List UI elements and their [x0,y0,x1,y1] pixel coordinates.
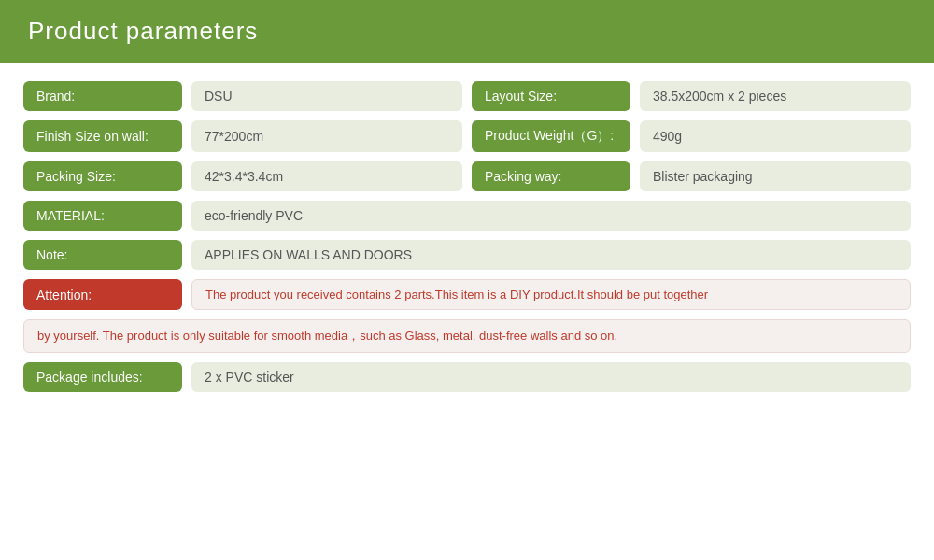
packing-way-half: Packing way: Blister packaging [472,161,911,191]
attention-continuation: by yourself. The product is only suitabl… [23,319,911,353]
finish-half: Finish Size on wall: 77*200cm [23,120,462,152]
material-row: MATERIAL: eco-friendly PVC [23,201,911,231]
page-title: Product parameters [28,17,258,45]
packing-way-label: Packing way: [472,161,630,191]
packing-size-label: Packing Size: [23,161,182,191]
brand-value: DSU [191,81,462,111]
finish-value: 77*200cm [191,120,462,152]
weight-value: 490g [640,120,911,152]
packing-row: Packing Size: 42*3.4*3.4cm Packing way: … [23,161,911,191]
package-label: Package includes: [23,362,182,392]
page-header: Product parameters [0,0,934,63]
brand-half: Brand: DSU [23,81,462,111]
note-label: Note: [23,240,182,270]
attention-value: The product you received contains 2 part… [191,279,911,310]
packing-way-value: Blister packaging [640,161,911,191]
brand-layout-row: Brand: DSU Layout Size: 38.5x200cm x 2 p… [23,81,911,111]
layout-label: Layout Size: [472,81,630,111]
finish-weight-row: Finish Size on wall: 77*200cm Product We… [23,120,911,152]
packing-size-value: 42*3.4*3.4cm [191,161,462,191]
brand-label: Brand: [23,81,182,111]
note-row: Note: APPLIES ON WALLS AND DOORS [23,240,911,270]
weight-half: Product Weight（G）: 490g [472,120,911,152]
weight-label: Product Weight（G）: [472,120,630,152]
package-row: Package includes: 2 x PVC sticker [23,362,911,392]
attention-label: Attention: [23,279,182,310]
finish-label: Finish Size on wall: [23,120,182,152]
packing-size-half: Packing Size: 42*3.4*3.4cm [23,161,462,191]
attention-row: Attention: The product you received cont… [23,279,911,310]
package-value: 2 x PVC sticker [191,362,911,392]
material-value: eco-friendly PVC [191,201,911,231]
layout-value: 38.5x200cm x 2 pieces [640,81,911,111]
content-area: Brand: DSU Layout Size: 38.5x200cm x 2 p… [0,63,934,420]
material-label: MATERIAL: [23,201,182,231]
note-value: APPLIES ON WALLS AND DOORS [191,240,911,270]
layout-half: Layout Size: 38.5x200cm x 2 pieces [472,81,911,111]
